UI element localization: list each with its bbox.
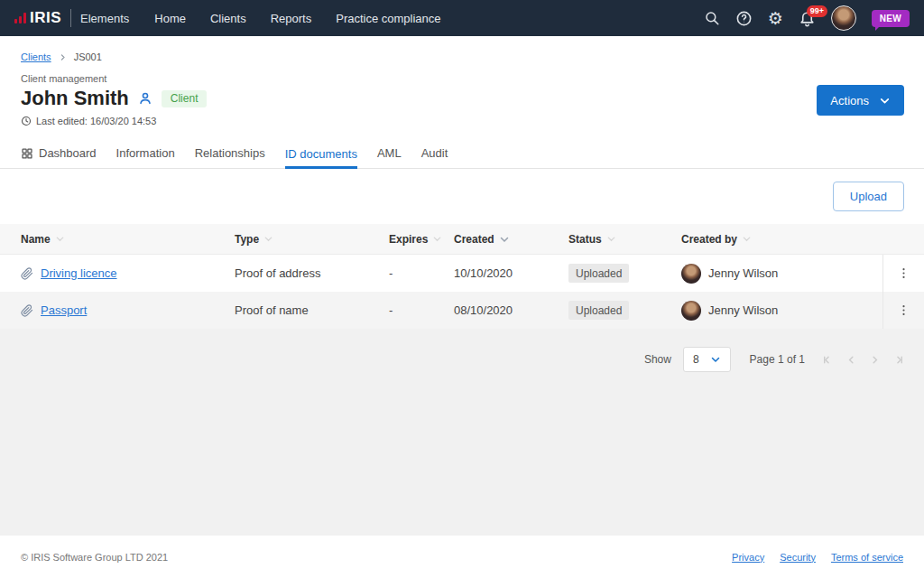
cell-expires: - [389,266,454,280]
tab-bar: Dashboard Information Relationships ID d… [0,141,924,169]
client-type-badge: Client [162,90,208,107]
column-header-created-by[interactable]: Created by [681,233,882,246]
column-header-name[interactable]: Name [21,233,235,246]
table-row: Driving licence Proof of address - 10/10… [0,255,924,292]
tab-aml-label: AML [377,146,402,160]
notifications-bell-icon[interactable]: 99+ [799,10,816,27]
clock-icon [21,116,32,126]
sort-chevron-icon [742,234,752,244]
page-size-value: 8 [693,353,699,366]
column-header-expires-label: Expires [389,233,428,246]
cell-created: 10/10/2020 [454,266,568,280]
actions-button-label: Actions [830,94,869,107]
column-header-created-label: Created [454,233,494,246]
column-header-created[interactable]: Created [454,233,568,246]
help-icon[interactable] [735,10,753,27]
sort-chevron-icon [263,234,273,244]
column-header-status[interactable]: Status [568,233,681,246]
page-footer: © IRIS Software Group LTD 2021 Privacy S… [0,536,924,578]
table-row: Passport Proof of name - 08/10/2020 Uplo… [0,292,924,329]
cell-created: 08/10/2020 [454,303,568,317]
cell-type: Proof of address [235,266,389,280]
document-link[interactable]: Driving licence [41,266,117,280]
chevron-right-icon [59,53,67,61]
tab-id-documents-label: ID documents [285,147,357,161]
page-info: Page 1 of 1 [750,353,805,366]
column-header-type-label: Type [235,233,259,246]
nav-item-reports[interactable]: Reports [271,12,312,25]
creator-avatar [681,264,701,284]
footer-link-terms[interactable]: Terms of service [831,552,903,563]
upload-button[interactable]: Upload [833,182,904,211]
last-edited-text: Last edited: 16/03/20 14:53 [36,116,156,126]
page-size-select[interactable]: 8 [683,347,731,372]
sort-chevron-icon [55,234,65,244]
tab-dashboard[interactable]: Dashboard [21,141,97,168]
page-title: John Smith [21,87,129,110]
cell-created-by: Jenny Wilson [708,303,778,317]
previous-page-icon[interactable] [845,354,857,366]
paperclip-icon [21,304,33,317]
tab-relationships[interactable]: Relationships [195,141,265,168]
cell-expires: - [389,303,454,317]
nav-item-clients[interactable]: Clients [210,12,246,25]
document-link[interactable]: Passport [41,303,87,317]
nav-links: Home Clients Reports Practice compliance [154,12,440,25]
nav-item-home[interactable]: Home [154,12,186,25]
person-icon [138,91,152,106]
tab-relationships-label: Relationships [195,146,265,160]
brand-product: Elements [80,12,129,25]
breadcrumb-current: JS001 [74,51,102,62]
notification-count-badge: 99+ [807,5,827,17]
page-eyebrow: Client management [21,73,207,84]
iris-bars-icon [14,13,26,23]
table-header-row: Name Type Expires Created Status Created… [0,224,924,255]
show-label: Show [644,353,671,366]
tab-audit[interactable]: Audit [421,141,448,168]
footer-link-security[interactable]: Security [780,552,816,563]
column-header-created-by-label: Created by [681,233,737,246]
brand-logo[interactable]: IRIS Elements [14,9,129,27]
column-header-type[interactable]: Type [235,233,389,246]
creator-avatar [681,301,701,321]
tab-audit-label: Audit [421,146,448,160]
status-badge: Uploaded [568,301,629,320]
tab-id-documents[interactable]: ID documents [285,141,357,169]
sort-chevron-icon [432,234,442,244]
first-page-icon[interactable] [822,354,834,366]
chevron-down-icon [710,354,721,365]
user-avatar[interactable] [831,5,856,31]
new-badge[interactable]: NEW [872,10,910,27]
last-page-icon[interactable] [892,354,904,366]
column-header-expires[interactable]: Expires [389,233,454,246]
tab-aml[interactable]: AML [377,141,402,168]
search-icon[interactable] [704,10,720,26]
footer-link-privacy[interactable]: Privacy [732,552,764,563]
status-badge: Uploaded [568,264,629,283]
tab-dashboard-label: Dashboard [39,146,97,160]
paperclip-icon [21,267,33,280]
gear-icon[interactable]: ⚙ [768,10,783,27]
row-kebab-menu-icon[interactable] [882,255,924,292]
tab-information[interactable]: Information [116,141,175,168]
actions-button[interactable]: Actions [817,85,904,116]
cell-type: Proof of name [235,303,389,317]
column-header-name-label: Name [21,233,51,246]
sort-chevron-icon-active [499,234,510,245]
grid-icon [21,147,33,160]
row-kebab-menu-icon[interactable] [882,292,924,329]
nav-item-practice-compliance[interactable]: Practice compliance [336,12,440,25]
breadcrumb-clients-link[interactable]: Clients [21,51,51,62]
next-page-icon[interactable] [869,354,881,366]
brand-divider [70,9,71,27]
content-background: Show 8 Page 1 of 1 [0,329,924,536]
sort-chevron-icon [606,234,616,244]
page-header: Client management John Smith Client Last… [0,62,924,126]
documents-table: Name Type Expires Created Status Created… [0,224,924,329]
copyright-text: © IRIS Software Group LTD 2021 [21,552,168,563]
documents-toolbar: Upload [0,169,924,224]
top-navbar: IRIS Elements Home Clients Reports Pract… [0,0,924,36]
cell-created-by: Jenny Wilson [708,266,778,280]
chevron-down-icon [879,95,891,107]
breadcrumb: Clients JS001 [0,36,924,62]
